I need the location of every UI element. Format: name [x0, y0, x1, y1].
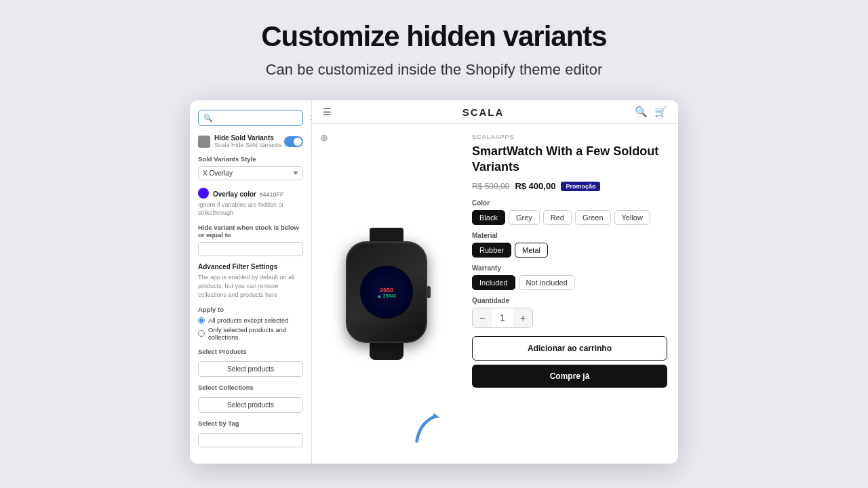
cart-header-icon[interactable]: 🛒	[654, 106, 667, 118]
warranty-variant-label: Warranty	[472, 264, 667, 272]
store-logo: SCALA	[462, 106, 505, 118]
material-variant-section: Material Rubber Metal	[472, 232, 667, 258]
color-btn-grey[interactable]: Grey	[509, 210, 540, 225]
hide-sold-variants-row: Hide Sold Variants Scala Hide Sold Varia…	[198, 134, 303, 148]
search-header-icon[interactable]: 🔍	[635, 106, 648, 118]
page-subtitle: Can be customized inside the Shopify the…	[266, 61, 603, 79]
hide-sold-variants-section: Hide Sold Variants Scala Hide Sold Varia…	[198, 134, 303, 148]
overlay-info: Overlay color #4410FF	[213, 187, 283, 199]
zoom-icon[interactable]: ⊕	[320, 132, 328, 143]
material-btn-rubber[interactable]: Rubber	[472, 243, 511, 258]
product-info: SCALAAPPS SmartWatch With a Few Soldout …	[461, 124, 678, 464]
warranty-variant-options: Included Not included	[472, 275, 667, 290]
watch-band-top	[370, 228, 403, 241]
setting-icon	[198, 136, 210, 148]
advanced-filter-section: Advanced Filter Settings The app is enab…	[198, 263, 303, 299]
quantity-value: 1	[492, 313, 513, 323]
select-collections-section: Select Collections Select products	[198, 384, 303, 413]
apply-to-all-row: All products except selected	[198, 317, 303, 324]
overlay-note: Ignore if variables are hidden or strike…	[198, 201, 303, 217]
search-input[interactable]: hide sold	[216, 114, 309, 122]
price-original: R$ 500,00	[472, 182, 509, 191]
promo-badge: Promoção	[561, 182, 600, 191]
watch-band-bottom	[370, 343, 403, 360]
search-icon: 🔍	[203, 114, 213, 123]
add-to-cart-btn[interactable]: Adicionar ao carrinho	[472, 336, 667, 361]
select-products-label: Select Products	[198, 348, 303, 355]
overlay-color-name: Overlay color	[213, 190, 256, 198]
product-title: SmartWatch With a Few Soldout Variants	[472, 144, 667, 174]
quantity-control: − 1 +	[472, 308, 533, 328]
quantity-section: Quantidade − 1 +	[472, 297, 667, 328]
select-products-btn[interactable]: Select products	[198, 361, 303, 377]
advanced-title: Advanced Filter Settings	[198, 263, 303, 270]
color-btn-red[interactable]: Red	[543, 210, 572, 225]
apply-to-label: Apply to	[198, 306, 303, 313]
warranty-btn-included[interactable]: Included	[472, 275, 515, 290]
watch-body: 2650 ▲ 25840	[346, 241, 427, 343]
apply-to-section: Apply to All products except selected On…	[198, 306, 303, 341]
select-collections-btn[interactable]: Select products	[198, 397, 303, 413]
right-panel: ☰ SCALA 🔍 🛒 ⊕ 2650 ▲ 2584	[312, 100, 678, 464]
setting-desc: Scala Hide Sold Variants	[214, 142, 284, 148]
screen-sub: ▲ 25840	[377, 293, 396, 298]
select-by-tag-section: Select by Tag donothide	[198, 420, 303, 447]
svg-marker-0	[433, 413, 440, 419]
apply-to-all-radio[interactable]	[198, 317, 205, 324]
quantity-label: Quantidade	[472, 297, 667, 304]
brand-tag: SCALAAPPS	[472, 134, 667, 140]
store-body: ⊕ 2650 ▲ 25840	[312, 124, 678, 464]
search-bar[interactable]: 🔍 hide sold ✕	[198, 110, 303, 126]
apply-to-all-label: All products except selected	[208, 317, 288, 324]
quantity-decrease-btn[interactable]: −	[473, 308, 492, 327]
overlay-color-row: Overlay color #4410FF	[198, 187, 303, 199]
tag-input[interactable]: donothide	[198, 433, 303, 447]
material-variant-label: Material	[472, 232, 667, 239]
overlay-color-dot[interactable]	[198, 188, 209, 199]
select-products-section: Select Products Select products	[198, 348, 303, 377]
color-btn-yellow[interactable]: Yellow	[614, 210, 650, 225]
hamburger-icon[interactable]: ☰	[323, 106, 332, 117]
select-by-tag-label: Select by Tag	[198, 420, 303, 427]
color-variant-options: Black Grey Red Green Yellow	[472, 210, 667, 225]
store-header: ☰ SCALA 🔍 🛒	[312, 100, 678, 124]
watch-screen-content: 2650 ▲ 25840	[377, 287, 396, 298]
page-title: Customize hidden variants	[261, 20, 606, 53]
ui-container: 🔍 hide sold ✕ Hide Sold Variants Scala H…	[190, 100, 678, 464]
overlay-color-section: Overlay color #4410FF Ignore if variable…	[198, 187, 303, 217]
sold-variants-style-section: Sold Variants Style X Overlay Strikethro…	[198, 155, 303, 180]
advanced-desc: The app is enabled by default on all pro…	[198, 273, 303, 299]
sold-variants-style-label: Sold Variants Style	[198, 155, 303, 163]
hide-stock-section: Hide variant when stock is below or equa…	[198, 224, 303, 256]
hide-sold-toggle[interactable]	[284, 136, 303, 147]
left-panel: 🔍 hide sold ✕ Hide Sold Variants Scala H…	[190, 100, 312, 464]
apply-to-selected-label: Only selected products and collections	[208, 326, 303, 341]
price-sale: R$ 400,00	[515, 181, 555, 191]
material-btn-metal[interactable]: Metal	[515, 243, 548, 258]
store-header-right: 🔍 🛒	[635, 106, 667, 118]
screen-number: 2650	[377, 287, 396, 293]
stock-input[interactable]: 0	[198, 242, 303, 256]
buy-now-btn[interactable]: Compre já	[472, 365, 667, 388]
arrow-decoration	[414, 410, 451, 450]
select-collections-label: Select Collections	[198, 384, 303, 391]
warranty-variant-section: Warranty Included Not included	[472, 264, 667, 290]
store-header-left: ☰	[323, 106, 332, 117]
apply-to-selected-radio[interactable]	[198, 330, 205, 337]
sold-variants-style-select[interactable]: X Overlay Strikethrough Hidden	[198, 166, 303, 180]
hide-stock-label: Hide variant when stock is below or equa…	[198, 224, 303, 239]
warranty-btn-not-included[interactable]: Not included	[519, 275, 575, 290]
color-btn-black[interactable]: Black	[472, 210, 505, 225]
watch-screen: 2650 ▲ 25840	[359, 265, 414, 319]
quantity-increase-btn[interactable]: +	[513, 308, 532, 327]
color-variant-section: Color Black Grey Red Green Yellow	[472, 199, 667, 225]
apply-to-selected-row: Only selected products and collections	[198, 326, 303, 341]
setting-label-group: Hide Sold Variants Scala Hide Sold Varia…	[214, 134, 284, 148]
overlay-color-hex: #4410FF	[259, 191, 283, 198]
product-image-area: ⊕ 2650 ▲ 25840	[312, 124, 461, 464]
color-btn-green[interactable]: Green	[575, 210, 611, 225]
watch-crown	[427, 286, 431, 298]
price-row: R$ 500,00 R$ 400,00 Promoção	[472, 181, 667, 191]
setting-name: Hide Sold Variants	[214, 134, 284, 142]
color-variant-label: Color	[472, 199, 667, 207]
